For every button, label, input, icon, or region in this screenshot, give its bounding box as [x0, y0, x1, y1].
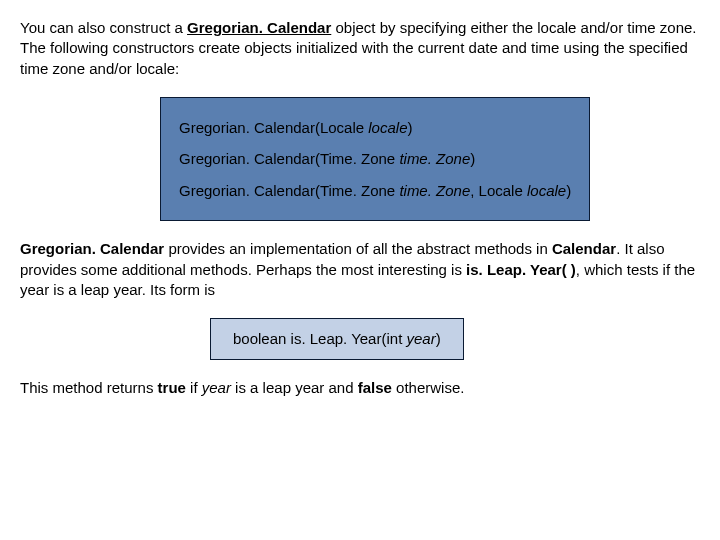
- sig-text: ): [407, 119, 412, 136]
- constructor-signatures-box: Gregorian. Calendar(Locale locale) Grego…: [160, 97, 590, 222]
- sig-param: time. Zone: [399, 182, 470, 199]
- sig-param: locale: [527, 182, 566, 199]
- intro-paragraph: You can also construct a Gregorian. Cale…: [20, 18, 700, 79]
- method-name: is. Leap. Year( ): [466, 261, 576, 278]
- text: This method returns: [20, 379, 158, 396]
- sig-text: Gregorian. Calendar(Time. Zone: [179, 150, 399, 167]
- method-signature-container: boolean is. Leap. Year(int year): [210, 318, 700, 360]
- class-name: Gregorian. Calendar: [187, 19, 331, 36]
- class-name: Gregorian. Calendar: [20, 240, 164, 257]
- sig-text: ): [470, 150, 475, 167]
- description-paragraph: Gregorian. Calendar provides an implemen…: [20, 239, 700, 300]
- method-signature-box: boolean is. Leap. Year(int year): [210, 318, 464, 360]
- text: otherwise.: [392, 379, 465, 396]
- sig-text: Gregorian. Calendar(Locale: [179, 119, 368, 136]
- sig-text: , Locale: [470, 182, 527, 199]
- sig-param: locale: [368, 119, 407, 136]
- method-text: boolean is. Leap. Year(int: [233, 330, 406, 347]
- keyword-true: true: [158, 379, 186, 396]
- keyword-false: false: [358, 379, 392, 396]
- method-param: year: [406, 330, 435, 347]
- param-year: year: [202, 379, 231, 396]
- sig-text: Gregorian. Calendar(Time. Zone: [179, 182, 399, 199]
- text: if: [186, 379, 202, 396]
- constructor-signature-3: Gregorian. Calendar(Time. Zone time. Zon…: [179, 175, 571, 207]
- text: You can also construct a: [20, 19, 187, 36]
- return-paragraph: This method returns true if year is a le…: [20, 378, 700, 398]
- text: is a leap year and: [231, 379, 358, 396]
- sig-param: time. Zone: [399, 150, 470, 167]
- sig-text: ): [566, 182, 571, 199]
- class-name: Calendar: [552, 240, 616, 257]
- method-text: ): [436, 330, 441, 347]
- constructor-signatures-container: Gregorian. Calendar(Locale locale) Grego…: [160, 97, 700, 222]
- constructor-signature-1: Gregorian. Calendar(Locale locale): [179, 112, 571, 144]
- constructor-signature-2: Gregorian. Calendar(Time. Zone time. Zon…: [179, 143, 571, 175]
- text: provides an implementation of all the ab…: [164, 240, 552, 257]
